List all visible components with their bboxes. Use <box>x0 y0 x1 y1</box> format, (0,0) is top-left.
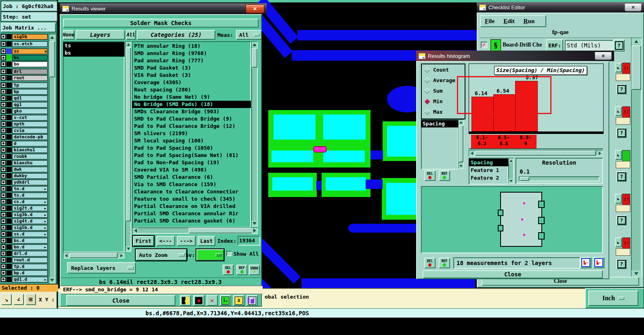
category-item[interactable]: Via to SMD Clearance (159) <box>132 181 251 188</box>
layer-visibility-checkbox[interactable] <box>1 134 6 140</box>
layer-visibility-checkbox[interactable] <box>1 147 6 153</box>
feature-listbox[interactable]: SpacingFeature 1Feature 2 <box>469 158 508 184</box>
layer-row[interactable]: qg1 <box>1 102 48 108</box>
layer-visibility-checkbox[interactable] <box>1 180 6 185</box>
scroll-left-icon[interactable] <box>63 253 69 258</box>
category-item[interactable]: SMD to Pad Clearance Bridge (9) <box>132 115 251 123</box>
reference-button[interactable]: REF <box>439 170 450 181</box>
category-item[interactable]: Pad to Pad Clearance Bridge (12) <box>132 123 251 130</box>
layer-row[interactable]: bs.d <box>1 238 48 244</box>
delete-measure-button[interactable]: DEL <box>223 265 234 275</box>
layer-row[interactable]: qd1 <box>1 95 48 101</box>
scrollbar-thumb[interactable] <box>631 45 641 90</box>
layer-visibility-checkbox[interactable] <box>1 270 6 276</box>
scroll-up-icon[interactable] <box>459 120 463 125</box>
feature-item[interactable]: Feature 1 <box>469 166 508 174</box>
category-item[interactable]: No Bridge (SMD Pads) (18) <box>132 101 251 108</box>
category-item[interactable]: Pad to Pad Spacing (1050) <box>132 144 251 152</box>
layer-name-label[interactable]: qd1.d► <box>12 277 48 282</box>
histogram-icon[interactable]: ▌▆▎ <box>246 295 258 306</box>
layer-name-label[interactable]: ss.etch <box>12 41 48 47</box>
scroll-right-icon[interactable] <box>252 228 257 233</box>
layer-visibility-checkbox[interactable] <box>1 167 6 172</box>
layer-name-label[interactable]: ts.d <box>12 193 48 198</box>
histogram-close-button[interactable]: Close <box>423 270 603 278</box>
result-layers-listbox[interactable]: tsbs <box>63 41 124 252</box>
category-item[interactable]: SMD Partial Clearance (6) <box>132 174 251 181</box>
layer-name-label[interactable]: gko <box>12 108 48 114</box>
layer-name-label[interactable]: dwkby <box>12 173 48 179</box>
scroll-down-icon[interactable] <box>631 270 641 277</box>
layer-name-label[interactable]: sig5b <box>12 34 48 40</box>
layer-visibility-checkbox[interactable] <box>1 173 6 178</box>
layer-row[interactable]: tp.d <box>1 264 48 269</box>
category-item[interactable]: SMD Pad Gasket (3) <box>132 64 251 72</box>
category-item[interactable]: PTH annular Ring (18) <box>132 42 251 50</box>
undo-button[interactable]: UNDO↶ <box>249 265 260 275</box>
layer-row[interactable]: sig3b.d► <box>1 212 48 218</box>
layer-list-scrollbar[interactable] <box>49 34 55 283</box>
layer-visibility-checkbox[interactable] <box>1 277 6 282</box>
layer-row[interactable]: biaozhu1 <box>1 147 48 153</box>
scroll-right-icon[interactable] <box>119 253 124 258</box>
scrollbar-thumb[interactable] <box>126 47 131 221</box>
histogram-import-icon[interactable]: ▙← <box>593 257 604 268</box>
layer-visibility-checkbox[interactable] <box>1 83 6 88</box>
layer-name-label[interactable]: biaozhu <box>12 160 48 166</box>
layer-visibility-checkbox[interactable] <box>1 128 6 133</box>
layer-name-label[interactable]: sig3b.d► <box>12 212 48 218</box>
layer-name-label[interactable]: d <box>12 141 48 146</box>
layer-name-label[interactable]: ydkdrl <box>12 180 48 185</box>
layer-row[interactable]: sig5b <box>1 34 48 40</box>
layer-visibility-checkbox[interactable] <box>1 49 6 54</box>
layer-name-label[interactable]: ss⊞ <box>12 49 48 54</box>
layer-name-label[interactable]: datecode-pb <box>12 134 48 140</box>
layer-visibility-checkbox[interactable] <box>1 193 6 198</box>
ref-disabled-icon[interactable]: ✕ <box>206 295 218 306</box>
layer-visibility-checkbox[interactable] <box>1 244 6 250</box>
layer-name-label[interactable]: tp.d <box>12 264 48 269</box>
layer-row[interactable]: ss⊞ <box>1 49 48 54</box>
layer-visibility-checkbox[interactable] <box>1 238 6 243</box>
grid-toggle-button[interactable]: ⊞ <box>25 294 36 305</box>
layer-name-label[interactable]: biaozhu1 <box>12 147 48 153</box>
feature-scrollbar[interactable] <box>508 158 514 184</box>
exit-door-icon[interactable]: ◖ <box>180 295 191 306</box>
layers-none-button[interactable]: None <box>63 30 74 40</box>
scroll-down-icon[interactable] <box>252 221 257 226</box>
scrollbar-thumb[interactable] <box>69 253 118 258</box>
layer-visibility-checkbox[interactable] <box>1 95 6 101</box>
category-item[interactable]: SMD annular Ring (9768) <box>132 50 251 57</box>
layer-name-label[interactable]: bs.d <box>12 238 48 244</box>
scroll-down-icon[interactable] <box>126 246 131 251</box>
selected-measurement-marker[interactable] <box>313 146 327 153</box>
layer-row[interactable]: datecode-pb <box>1 134 48 140</box>
layer-row[interactable]: npth <box>1 121 48 127</box>
layer-visibility-checkbox[interactable] <box>1 55 6 60</box>
scroll-up-icon[interactable] <box>252 42 257 47</box>
category-item[interactable]: Partial SMD Clearance annular Rir <box>132 210 251 217</box>
layer-row[interactable]: qd1.d► <box>1 277 48 282</box>
layer-row[interactable]: dwkby <box>1 173 48 179</box>
chart-hscrollbar[interactable] <box>469 150 603 156</box>
layer-name-label[interactable]: qg1 <box>12 102 48 108</box>
layer-visibility-checkbox[interactable] <box>1 108 6 114</box>
category-item[interactable]: SMDs Clearance Bridge (903) <box>132 108 251 115</box>
action-arrow-button[interactable]: ◣ <box>615 106 622 116</box>
category-item[interactable]: Rout spacing (280) <box>132 86 251 93</box>
layer-visibility-checkbox[interactable] <box>1 264 6 269</box>
close-icon[interactable]: ✕ <box>625 3 642 11</box>
layer-row[interactable]: gko <box>1 108 48 114</box>
layer-row[interactable]: cs.d► <box>1 199 48 205</box>
layer-name-label[interactable]: cvia <box>12 128 48 134</box>
scroll-up-icon[interactable] <box>49 34 55 40</box>
histogram-titlebar[interactable]: Results histogram ✕ <box>416 51 614 61</box>
layer-name-label[interactable]: ss.d► <box>12 231 48 237</box>
result-layer-item[interactable]: ts <box>63 42 124 49</box>
layer-row[interactable]: drl <box>1 69 48 74</box>
layer-visibility-checkbox[interactable] <box>1 225 6 230</box>
category-item[interactable]: Pad annular Ring (777) <box>132 57 251 64</box>
results-close-button[interactable]: Close <box>66 295 175 306</box>
layer-visibility-checkbox[interactable] <box>1 257 6 263</box>
category-item[interactable]: Coverage (4305) <box>132 79 251 86</box>
